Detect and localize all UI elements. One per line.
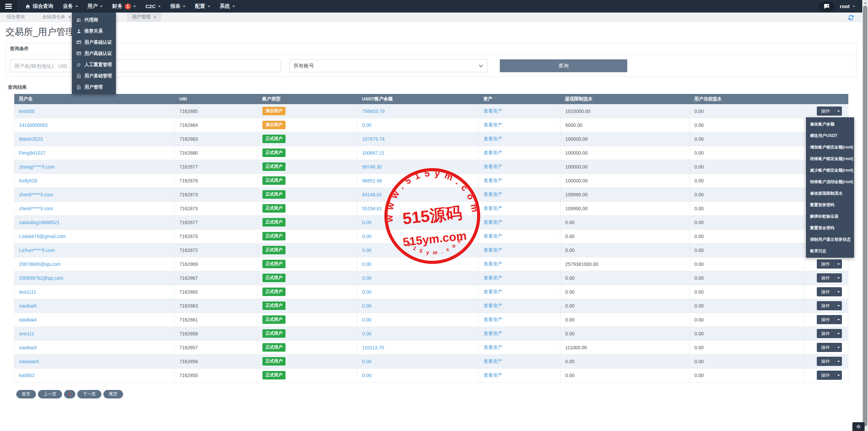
action-dropdown-toggle[interactable] xyxy=(835,371,842,380)
dropdown-menu-item[interactable]: 代理商 xyxy=(72,14,116,25)
action-button[interactable]: 操作 xyxy=(817,259,835,269)
nav-menu-item[interactable]: 业务 xyxy=(58,0,83,13)
nav-menu-item[interactable]: C2C xyxy=(141,0,165,13)
action-button[interactable]: 操作 xyxy=(817,343,835,352)
sidebar-toggle-hamburger-icon[interactable] xyxy=(0,0,17,13)
username-link[interactable]: 20078845@qq.com xyxy=(19,261,60,267)
view-assets-link[interactable]: 查看资产 xyxy=(484,275,502,280)
username-link[interactable]: xiaobai5 xyxy=(19,303,37,309)
settings-corner-button[interactable] xyxy=(852,422,865,431)
view-assets-link[interactable]: 查看资产 xyxy=(484,178,502,183)
username-link[interactable]: test000 xyxy=(19,109,35,114)
username-link[interactable]: 14100000001 xyxy=(19,122,48,128)
username-link[interactable]: xiaobai3 xyxy=(19,345,37,350)
usdt-balance-link[interactable]: 0.00 xyxy=(362,317,371,322)
action-menu-item[interactable]: 减少账户锁定金额(root) xyxy=(806,164,854,176)
refresh-icon[interactable] xyxy=(847,14,855,21)
action-menu-item[interactable]: 转移账户冻结金额(root) xyxy=(806,176,854,188)
username-link[interactable]: xiaoxiao5 xyxy=(19,359,39,364)
usdt-balance-link[interactable]: 0.00 xyxy=(362,248,371,253)
dropdown-menu-item[interactable]: 用户高级认证 xyxy=(72,48,116,59)
nav-menu-item[interactable]: 系统 xyxy=(215,0,240,13)
page-prev-button[interactable]: 上一页 xyxy=(38,390,62,398)
action-menu-item[interactable]: 修改提现限制流水 xyxy=(806,188,854,199)
view-assets-link[interactable]: 查看资产 xyxy=(484,108,502,114)
view-assets-link[interactable]: 查看资产 xyxy=(484,372,502,378)
action-button[interactable]: 操作 xyxy=(817,315,835,324)
username-link[interactable]: test1111 xyxy=(19,289,36,295)
action-dropdown-toggle[interactable] xyxy=(835,273,842,282)
usdt-balance-link[interactable]: 99746.30 xyxy=(362,164,382,170)
action-menu-item[interactable]: 强制用户退出登录状态 xyxy=(806,234,854,245)
action-menu-item[interactable]: 赠送用户USDT xyxy=(806,130,854,141)
vertical-scrollbar[interactable] xyxy=(862,0,868,431)
action-button[interactable]: 操作 xyxy=(817,106,835,116)
usdt-balance-link[interactable]: 0.00 xyxy=(362,122,371,128)
username-link[interactable]: one111 xyxy=(19,331,34,336)
username-link[interactable]: zhangj*****il.com xyxy=(19,164,55,170)
usdt-balance-link[interactable]: 0.00 xyxy=(362,331,371,336)
username-link[interactable]: Lichun*****il.com xyxy=(19,248,55,253)
tab[interactable]: 永续持仓单 × xyxy=(37,13,76,21)
username-link[interactable]: 200999762@qq.com xyxy=(19,275,63,281)
username-link[interactable]: Kelly520 xyxy=(19,178,37,183)
tab[interactable]: 综合查询 xyxy=(1,13,30,21)
usdt-balance-link[interactable]: 107875.74 xyxy=(362,136,384,142)
view-assets-link[interactable]: 查看资产 xyxy=(484,317,502,322)
view-assets-link[interactable]: 查看资产 xyxy=(484,358,502,364)
action-dropdown-toggle[interactable] xyxy=(835,106,842,116)
view-assets-link[interactable]: 查看资产 xyxy=(484,219,502,225)
action-dropdown-toggle[interactable] xyxy=(835,287,842,296)
username-link[interactable]: chenli*****il.com xyxy=(19,192,53,197)
usdt-balance-link[interactable]: 110113.70 xyxy=(362,345,384,350)
action-menu-item[interactable]: 重置资金密码 xyxy=(806,222,854,234)
dropdown-menu-item[interactable]: 用户管理 xyxy=(72,81,116,93)
page-last-button[interactable]: 尾页 xyxy=(103,390,123,398)
search-button[interactable]: 查询 xyxy=(500,59,627,72)
action-dropdown-toggle[interactable] xyxy=(835,301,842,310)
view-assets-link[interactable]: 查看资产 xyxy=(484,331,502,336)
username-link[interactable]: karl002 xyxy=(19,373,35,378)
view-assets-link[interactable]: 查看资产 xyxy=(484,233,502,239)
search-input[interactable] xyxy=(10,59,281,72)
username-link[interactable]: xiaobai4 xyxy=(19,317,37,322)
tab-close-icon[interactable]: × xyxy=(154,15,156,19)
scrollbar-thumb[interactable] xyxy=(863,6,867,426)
view-assets-link[interactable]: 查看资产 xyxy=(484,122,502,128)
action-menu-item[interactable]: 增加账户锁定金额(root) xyxy=(806,141,854,153)
page-next-button[interactable]: 下一页 xyxy=(77,390,101,398)
username-link[interactable]: Martin2023 xyxy=(19,136,43,142)
usdt-balance-link[interactable]: 0.00 xyxy=(362,220,371,225)
view-assets-link[interactable]: 查看资产 xyxy=(484,289,502,294)
page-current-button[interactable]: 1 xyxy=(64,390,75,398)
view-assets-link[interactable]: 查看资产 xyxy=(484,303,502,308)
usdt-balance-link[interactable]: 0.00 xyxy=(362,303,371,309)
nav-menu-item[interactable]: 配置 xyxy=(190,0,215,13)
view-assets-link[interactable]: 查看资产 xyxy=(484,192,502,197)
username-link[interactable]: Lixia9479@gmail.com xyxy=(19,234,66,239)
account-type-select[interactable]: 所有账号 xyxy=(289,59,488,72)
view-assets-link[interactable]: 查看资产 xyxy=(484,164,502,169)
action-button[interactable]: 操作 xyxy=(817,371,835,380)
username-link[interactable]: caixiuling19880521 xyxy=(19,220,60,225)
scrollbar-up-arrow-icon[interactable] xyxy=(862,0,868,6)
usdt-balance-link[interactable]: 100667.21 xyxy=(362,150,384,156)
action-menu-item[interactable]: 重置登录密码 xyxy=(806,199,854,211)
nav-menu-item[interactable]: 财务 1 xyxy=(107,0,141,13)
action-button[interactable]: 操作 xyxy=(817,273,835,282)
action-menu-item[interactable]: 转移账户锁定金额(root) xyxy=(806,153,854,164)
usdt-balance-link[interactable]: 64148.81 xyxy=(362,192,382,197)
action-menu-item[interactable]: 修改账户余额 xyxy=(806,118,854,130)
usdt-balance-link[interactable]: 55158.81 xyxy=(362,206,382,211)
action-button[interactable]: 操作 xyxy=(817,357,835,366)
username-link[interactable]: Feng941027 xyxy=(19,150,46,156)
action-button[interactable]: 操作 xyxy=(817,287,835,296)
user-account-dropdown[interactable]: root xyxy=(840,3,855,9)
dropdown-menu-item[interactable]: 推荐关系 xyxy=(72,25,116,37)
view-assets-link[interactable]: 查看资产 xyxy=(484,261,502,267)
usdt-balance-link[interactable]: 0.00 xyxy=(362,373,371,378)
usdt-balance-link[interactable]: 0.00 xyxy=(362,289,371,295)
messages-button[interactable] xyxy=(819,2,834,11)
action-menu-item[interactable]: 解绑谷歌验证器 xyxy=(806,211,854,222)
view-assets-link[interactable]: 查看资产 xyxy=(484,205,502,211)
